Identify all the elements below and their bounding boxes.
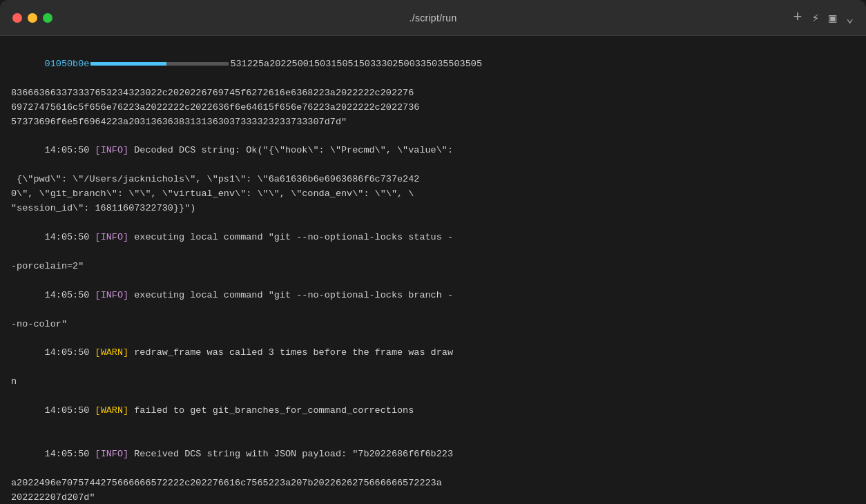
log-line: 14:05:50 [WARN] failed to get git_branch… <box>11 389 855 433</box>
terminal-line: 69727475616c5f656e76223a2022222c2022636f… <box>11 101 855 115</box>
log-line-cont: -no-color" <box>11 318 855 332</box>
log-line-cont: -porcelain=2" <box>11 260 855 274</box>
log-line-cont: 202222207d207d" <box>11 491 855 504</box>
minimize-button[interactable] <box>28 13 37 23</box>
terminal-window: ./script/run + ⚡ ▣ ⌄ 01050b0e531225a2022… <box>0 0 866 504</box>
terminal-line: 57373696f6e5f6964223a2031363638313136303… <box>11 115 855 130</box>
titlebar-right-controls: + ⚡ ▣ ⌄ <box>793 9 854 26</box>
progress-bar-container: 01050b0e <box>45 59 231 69</box>
log-line: 14:05:50 [INFO] executing local command … <box>11 216 855 260</box>
log-line: 14:05:50 [INFO] executing local command … <box>11 274 855 318</box>
log-line-cont: "session_id\": 16811607322730}}") <box>11 202 855 216</box>
log-line: 14:05:50 [WARN] redraw_frame was called … <box>11 331 855 375</box>
new-tab-icon[interactable]: + <box>793 9 802 26</box>
close-button[interactable] <box>12 13 22 23</box>
log-line-cont: 0\", \"git_branch\": \"\", \"virtual_env… <box>11 187 855 202</box>
maximize-button[interactable] <box>43 13 52 23</box>
log-line: 14:05:50 [INFO] Decoded DCS string: Ok("… <box>11 130 855 173</box>
log-line-cont: a2022496e7075744275666666572222c20227661… <box>11 476 855 491</box>
terminal-line: 01050b0e531225a2022500150315051503330250… <box>11 43 855 86</box>
terminal-line: 836663663373337653234323022c202022676974… <box>11 86 855 101</box>
window-title: ./script/run <box>410 12 457 23</box>
terminal-output[interactable]: 01050b0e531225a2022500150315051503330250… <box>0 36 866 504</box>
lightning-icon[interactable]: ⚡ <box>811 10 819 26</box>
log-line-cont: n <box>11 375 855 389</box>
traffic-lights <box>12 13 52 23</box>
log-line-cont: {\"pwd\": \"/Users/jacknichols\", \"ps1\… <box>11 173 855 187</box>
chevron-down-icon[interactable]: ⌄ <box>846 10 854 26</box>
layout-icon[interactable]: ▣ <box>829 10 836 26</box>
log-line: 14:05:50 [INFO] Received DCS string with… <box>11 433 855 476</box>
titlebar: ./script/run + ⚡ ▣ ⌄ <box>0 0 866 36</box>
